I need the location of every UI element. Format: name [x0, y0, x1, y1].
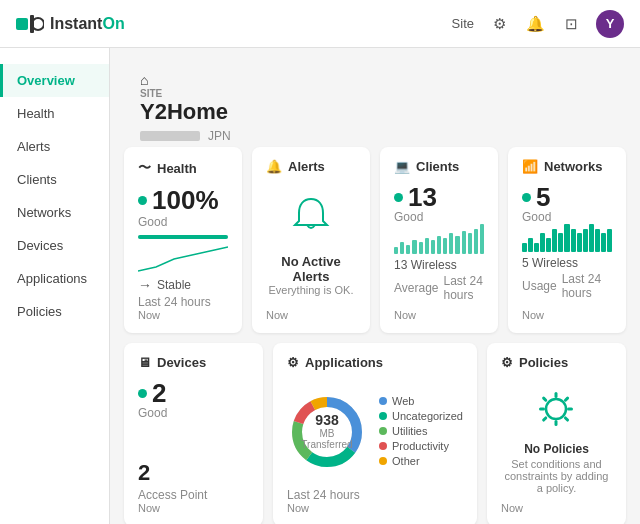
- devices-good: Good: [138, 406, 249, 420]
- logo: InstantOn: [16, 15, 125, 33]
- legend-uncategorized: Uncategorized: [379, 410, 463, 422]
- main-layout: Overview Health Alerts Clients Networks …: [0, 48, 640, 524]
- devices-spacer: [138, 420, 249, 460]
- legend-dot-productivity: [379, 442, 387, 450]
- clients-bar: [480, 224, 484, 254]
- svg-rect-14: [542, 396, 548, 402]
- policies-card-title: ⚙ Policies: [501, 355, 612, 370]
- clients-bar: [419, 242, 423, 254]
- no-alerts-sub: Everything is OK.: [269, 284, 354, 296]
- site-country: JPN: [208, 129, 231, 143]
- devices-status: 2: [138, 380, 249, 406]
- header-right: Site ⚙ 🔔 ⊡ Y: [452, 10, 624, 38]
- networks-bar: [583, 229, 588, 252]
- legend-dot-other: [379, 457, 387, 465]
- sidebar-item-applications[interactable]: Applications: [0, 262, 109, 295]
- applications-icon: ⚙: [287, 355, 299, 370]
- svg-rect-16: [542, 415, 548, 421]
- donut-label: 938 MB Transferred: [301, 413, 352, 450]
- legend-web: Web: [379, 395, 463, 407]
- sidebar-item-policies[interactable]: Policies: [0, 295, 109, 328]
- svg-rect-0: [16, 18, 28, 30]
- sidebar: Overview Health Alerts Clients Networks …: [0, 48, 110, 524]
- policies-icon: ⚙: [501, 355, 513, 370]
- clients-dot: [394, 193, 403, 202]
- clients-card: 💻 Clients 13 Good 13 Wireless Average La…: [380, 147, 498, 333]
- clients-bar: [449, 233, 453, 254]
- sidebar-item-alerts[interactable]: Alerts: [0, 130, 109, 163]
- clients-bar: [455, 236, 459, 254]
- networks-bar: [534, 243, 539, 252]
- legend: Web Uncategorized Utilities Product: [379, 395, 463, 470]
- clients-bar: [425, 238, 429, 254]
- top-cards-grid: 〜 Health 100% Good: [124, 147, 626, 333]
- clients-bar: [468, 233, 472, 254]
- arrow-icon: →: [138, 277, 152, 293]
- networks-bar: [595, 229, 600, 252]
- legend-other: Other: [379, 455, 463, 467]
- site-label: Site: [452, 16, 474, 31]
- alerts-footer: Now: [266, 309, 356, 321]
- sidebar-item-devices[interactable]: Devices: [0, 229, 109, 262]
- alerts-center: No Active Alerts Everything is OK.: [266, 182, 356, 309]
- health-card: 〜 Health 100% Good: [124, 147, 242, 333]
- settings-icon[interactable]: ⚙: [488, 13, 510, 35]
- devices-card-title: 🖥 Devices: [138, 355, 249, 370]
- notifications-icon[interactable]: 🔔: [524, 13, 546, 35]
- clients-footer: Now: [394, 309, 484, 321]
- networks-wireless: 5 Wireless: [522, 256, 612, 270]
- legend-dot-utilities: [379, 427, 387, 435]
- site-blur: [140, 131, 200, 141]
- clients-good: Good: [394, 210, 484, 224]
- networks-dot: [522, 193, 531, 202]
- devices-icon: 🖥: [138, 355, 151, 370]
- networks-bar: [546, 238, 551, 252]
- devices-card: 🖥 Devices 2 Good 2 Access Point Now: [124, 343, 263, 524]
- stable-row: → Stable: [138, 277, 228, 293]
- main-content: ⌂ SITE Y2Home JPN 〜 Health 100%: [110, 48, 640, 524]
- sidebar-item-clients[interactable]: Clients: [0, 163, 109, 196]
- logo-text: InstantOn: [50, 15, 125, 33]
- networks-usage: Usage Last 24 hours: [522, 272, 612, 300]
- clients-bar: [437, 236, 441, 254]
- home-icon: ⌂: [140, 72, 148, 88]
- health-progress-fill: [138, 235, 228, 239]
- devices-footer: Now: [138, 502, 249, 514]
- legend-dot-uncategorized: [379, 412, 387, 420]
- networks-icon: 📶: [522, 159, 538, 174]
- networks-card-title: 📶 Networks: [522, 159, 612, 174]
- no-alerts-text: No Active Alerts: [266, 254, 356, 284]
- clients-icon: 💻: [394, 159, 410, 174]
- clients-status: 13: [394, 184, 484, 210]
- policies-footer: Now: [501, 502, 612, 514]
- help-icon[interactable]: ⊡: [560, 13, 582, 35]
- app-header: InstantOn Site ⚙ 🔔 ⊡ Y: [0, 0, 640, 48]
- sidebar-item-health[interactable]: Health: [0, 97, 109, 130]
- donut-transferred: Transferred: [301, 440, 352, 451]
- policies-card: ⚙ Policies: [487, 343, 626, 524]
- svg-rect-13: [567, 407, 573, 410]
- sidebar-item-overview[interactable]: Overview: [0, 64, 109, 97]
- networks-bar: [552, 229, 557, 252]
- devices-dot: [138, 389, 147, 398]
- devices-type: Access Point: [138, 488, 249, 502]
- policies-icon-large: [534, 387, 578, 434]
- alerts-icon: 🔔: [266, 159, 282, 174]
- networks-bar: [607, 229, 612, 252]
- networks-bar: [571, 229, 576, 252]
- no-policies-text: No Policies: [524, 442, 589, 456]
- networks-footer: Now: [522, 309, 612, 321]
- networks-good: Good: [522, 210, 612, 224]
- avatar[interactable]: Y: [596, 10, 624, 38]
- clients-bar: [462, 231, 466, 254]
- alerts-card: 🔔 Alerts No Active Alerts Everything is …: [252, 147, 370, 333]
- health-progress-bar: [138, 235, 228, 239]
- applications-footer: Now: [287, 502, 463, 514]
- clients-bar: [474, 229, 478, 254]
- networks-card: 📶 Networks 5 Good 5 Wireless Usage Last …: [508, 147, 626, 333]
- clients-card-title: 💻 Clients: [394, 159, 484, 174]
- svg-rect-15: [564, 415, 570, 421]
- sidebar-item-networks[interactable]: Networks: [0, 196, 109, 229]
- devices-count: 2: [138, 460, 249, 486]
- clients-bar: [394, 247, 398, 254]
